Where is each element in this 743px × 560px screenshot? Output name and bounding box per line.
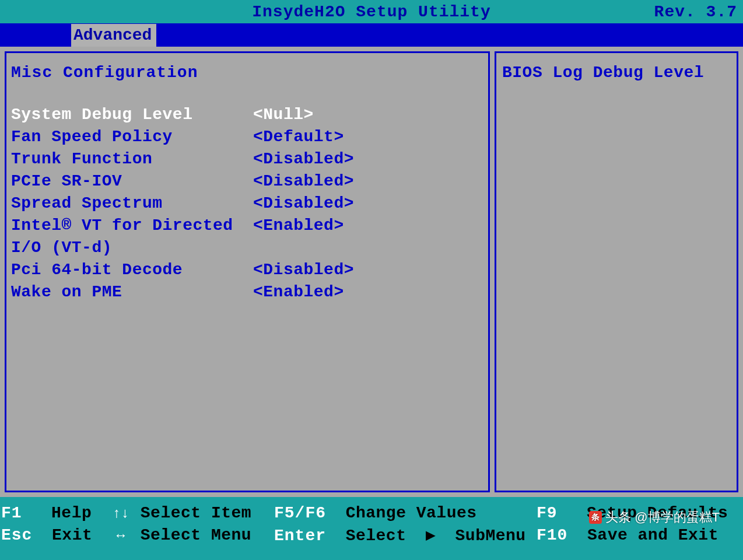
key-f9: F9 [537, 504, 558, 522]
watermark: 条 头条 @博学的蛋糕T [589, 509, 720, 526]
setting-value: <Enabled> [253, 215, 482, 259]
setting-label: Intel® VT for Directed I/O (VT-d) [11, 215, 253, 259]
setting-value: <Enabled> [253, 281, 482, 303]
triangle-right-icon: ▶ [416, 525, 445, 545]
help-panel: BIOS Log Debug Level [495, 51, 738, 492]
label-select-item: Select Item [141, 504, 251, 522]
label-save-exit: Save and Exit [587, 526, 719, 544]
setting-label: Spread Spectrum [11, 192, 253, 215]
key-f10: F10 [537, 526, 567, 544]
label-select: Select [346, 527, 406, 545]
watermark-icon: 条 [589, 511, 602, 524]
setting-intel-vtd[interactable]: Intel® VT for Directed I/O (VT-d) <Enabl… [11, 215, 482, 259]
label-submenu: SubMenu [455, 527, 526, 545]
setting-label: PCIe SR-IOV [11, 170, 253, 192]
setting-value: <Disabled> [253, 192, 482, 215]
setting-wake-on-pme[interactable]: Wake on PME <Enabled> [11, 281, 482, 303]
setting-trunk-function[interactable]: Trunk Function <Disabled> [11, 148, 482, 170]
key-enter: Enter [274, 527, 326, 545]
label-help: Help [51, 504, 92, 522]
label-select-menu: Select Menu [141, 526, 251, 544]
footer-bar: F1 Help ↑↓ Select Item F5/F6 Change Valu… [0, 497, 743, 555]
setting-value: <Null> [253, 104, 482, 126]
setting-value: <Disabled> [253, 170, 482, 192]
setting-label: Wake on PME [11, 281, 253, 303]
updown-arrow-icon: ↑↓ [111, 506, 131, 522]
menu-bar: Advanced [0, 23, 743, 47]
workspace: Misc Configuration System Debug Level <N… [0, 47, 743, 497]
tab-advanced[interactable]: Advanced [71, 24, 156, 47]
setting-pcie-sriov[interactable]: PCIe SR-IOV <Disabled> [11, 170, 482, 192]
setting-label: Trunk Function [11, 148, 253, 170]
setting-label: System Debug Level [11, 104, 253, 126]
key-f5f6: F5/F6 [274, 504, 326, 522]
setting-value: <Disabled> [253, 148, 482, 170]
label-exit: Exit [52, 526, 92, 544]
leftright-arrow-icon: ↔ [111, 528, 131, 544]
setting-label: Fan Speed Policy [11, 126, 253, 148]
app-revision: Rev. 3.7 [654, 3, 737, 21]
setting-value: <Default> [253, 126, 482, 148]
setting-pci-64bit-decode[interactable]: Pci 64-bit Decode <Disabled> [11, 259, 482, 281]
key-esc: Esc [1, 526, 32, 544]
title-bar: InsydeH2O Setup Utility Rev. 3.7 [0, 0, 743, 23]
setting-fan-speed-policy[interactable]: Fan Speed Policy <Default> [11, 126, 482, 148]
watermark-text: @博学的蛋糕T [635, 509, 720, 526]
label-change-values: Change Values [346, 504, 477, 522]
help-title: BIOS Log Debug Level [502, 64, 731, 82]
settings-panel: Misc Configuration System Debug Level <N… [5, 51, 490, 492]
key-f1: F1 [1, 504, 22, 522]
app-title: InsydeH2O Setup Utility [252, 3, 490, 21]
setting-value: <Disabled> [253, 259, 482, 281]
setting-spread-spectrum[interactable]: Spread Spectrum <Disabled> [11, 192, 482, 215]
setting-system-debug-level[interactable]: System Debug Level <Null> [11, 104, 482, 126]
section-title: Misc Configuration [11, 64, 482, 82]
setting-label: Pci 64-bit Decode [11, 259, 253, 281]
watermark-prefix: 头条 [605, 509, 631, 526]
